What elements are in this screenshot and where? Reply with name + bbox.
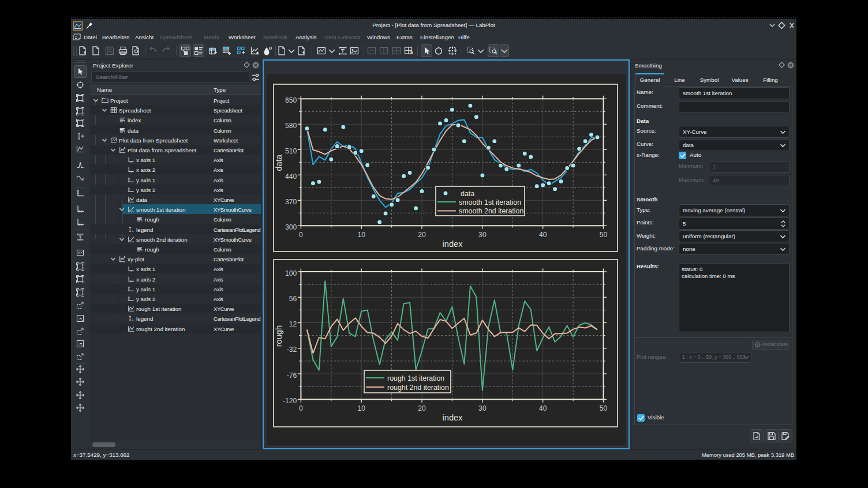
svg-text:smooth 2nd iteration: smooth 2nd iteration (459, 207, 523, 215)
svg-text:0: 0 (299, 231, 303, 239)
svg-text:data: data (274, 154, 283, 171)
svg-text:650: 650 (285, 96, 297, 104)
svg-text:100: 100 (285, 269, 297, 277)
svg-text:300: 300 (285, 223, 297, 231)
svg-text:50: 50 (600, 404, 608, 412)
svg-text:rought 2nd iteration: rought 2nd iteration (387, 384, 449, 392)
svg-text:-120: -120 (283, 397, 297, 405)
svg-text:30: 30 (478, 404, 487, 412)
svg-text:20: 20 (418, 231, 426, 239)
svg-text:rough 1st iteration: rough 1st iteration (387, 374, 444, 382)
svg-text:10: 10 (357, 404, 365, 412)
svg-text:-76: -76 (287, 371, 297, 380)
svg-text:30: 30 (478, 231, 487, 239)
svg-text:580: 580 (285, 122, 297, 130)
svg-text:440: 440 (285, 172, 297, 181)
svg-text:smooth 1st iteration: smooth 1st iteration (459, 198, 521, 207)
svg-text:data: data (461, 190, 474, 198)
svg-text:20: 20 (418, 404, 426, 412)
svg-text:rough: rough (274, 325, 283, 347)
svg-text:40: 40 (539, 231, 547, 239)
svg-text:370: 370 (285, 198, 297, 206)
svg-text:0: 0 (299, 404, 303, 412)
svg-text:510: 510 (285, 147, 297, 155)
svg-text:12: 12 (289, 320, 297, 328)
svg-text:index: index (443, 239, 463, 249)
svg-text:1: 1 (495, 50, 498, 55)
svg-text:index: index (443, 413, 463, 422)
svg-text:40: 40 (539, 404, 547, 412)
svg-text:10: 10 (357, 231, 365, 239)
svg-text:50: 50 (600, 231, 608, 239)
svg-text:-32: -32 (287, 346, 297, 354)
svg-text:56: 56 (289, 295, 297, 303)
